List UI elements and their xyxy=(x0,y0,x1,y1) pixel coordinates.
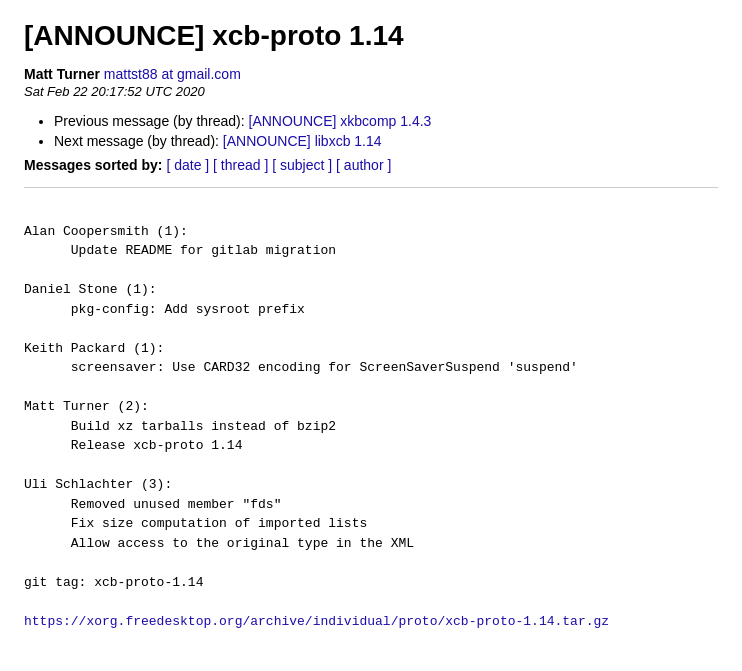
body-text: Alan Coopersmith (1): Update README for … xyxy=(24,224,578,590)
sort-date-link[interactable]: [ date ] xyxy=(166,157,209,173)
date-line: Sat Feb 22 20:17:52 UTC 2020 xyxy=(24,84,718,99)
nav-list: Previous message (by thread): [ANNOUNCE]… xyxy=(24,113,718,149)
previous-label: Previous message (by thread): xyxy=(54,113,245,129)
sort-line: Messages sorted by: [ date ] [ thread ] … xyxy=(24,157,718,173)
page-title: [ANNOUNCE] xcb-proto 1.14 xyxy=(24,20,718,52)
divider xyxy=(24,187,718,188)
author-name: Matt Turner xyxy=(24,66,100,82)
sort-author-link[interactable]: [ author ] xyxy=(336,157,391,173)
next-message-link[interactable]: [ANNOUNCE] libxcb 1.14 xyxy=(223,133,382,149)
sort-thread-link[interactable]: [ thread ] xyxy=(213,157,268,173)
sort-subject-link[interactable]: [ subject ] xyxy=(272,157,332,173)
sort-label: Messages sorted by: xyxy=(24,157,163,173)
author-line: Matt Turner mattst88 at gmail.com xyxy=(24,66,718,82)
tar-gz-link[interactable]: https://xorg.freedesktop.org/archive/ind… xyxy=(24,614,609,629)
next-message-item: Next message (by thread): [ANNOUNCE] lib… xyxy=(54,133,718,149)
body-content: Alan Coopersmith (1): Update README for … xyxy=(24,202,718,671)
author-email-link[interactable]: mattst88 at gmail.com xyxy=(104,66,241,82)
previous-message-link[interactable]: [ANNOUNCE] xkbcomp 1.4.3 xyxy=(249,113,432,129)
previous-message-item: Previous message (by thread): [ANNOUNCE]… xyxy=(54,113,718,129)
next-label: Next message (by thread): xyxy=(54,133,219,149)
